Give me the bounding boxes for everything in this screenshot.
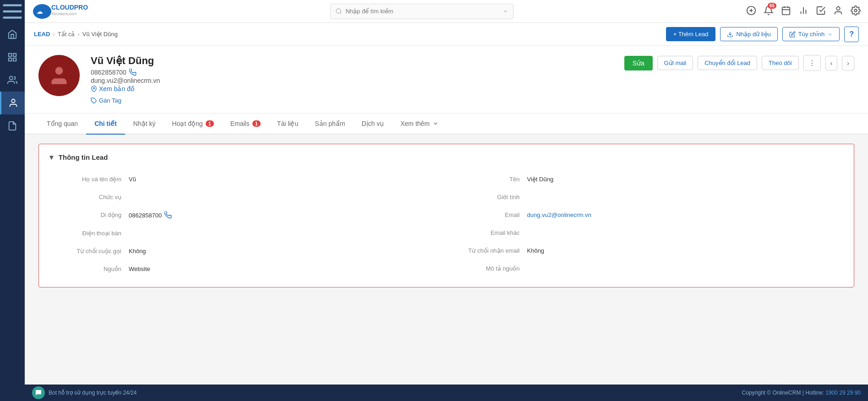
notification-icon[interactable]: 65: [764, 5, 774, 17]
calendar-icon[interactable]: [781, 5, 791, 17]
tab-hoat-dong[interactable]: Hoạt động 1: [164, 114, 222, 135]
sidebar-item-home[interactable]: [0, 23, 25, 46]
send-mail-button[interactable]: Gửi mail: [657, 56, 693, 70]
import-icon: [727, 31, 733, 38]
sidebar-item-users[interactable]: [0, 69, 25, 92]
tab-tai-lieu[interactable]: Tài liệu: [269, 114, 306, 135]
mobile-phone-icon[interactable]: [164, 211, 172, 219]
svg-rect-5: [9, 58, 11, 61]
info-row-gioi-tinh: Giới tính: [447, 188, 845, 206]
profile-info: Vũ Việt Dũng 0862858700 dung.vu2@onlinec…: [91, 55, 613, 104]
search-input[interactable]: [346, 8, 499, 15]
breadcrumb-sep1: ›: [53, 31, 55, 38]
info-row-ten: Tên Việt Dũng: [447, 170, 845, 188]
section-title: ▼ Thông tin Lead: [48, 153, 845, 161]
profile-section: Vũ Việt Dũng 0862858700 dung.vu2@onlinec…: [25, 46, 868, 114]
next-button[interactable]: ›: [842, 56, 854, 70]
info-row-dt-ban: Điện thoại bàn: [48, 224, 447, 242]
tag-section: Gán Tag: [91, 97, 613, 104]
tab-xem-them[interactable]: Xem thêm: [392, 114, 447, 135]
add-icon[interactable]: [746, 5, 756, 17]
footer-right: Copyright © OnlineCRM | Hotline: 1900 29…: [742, 390, 861, 396]
header-actions: + Thêm Lead Nhập dữ liệu Tùy chỉnh ?: [666, 27, 859, 42]
svg-point-25: [836, 7, 840, 10]
lead-info-card: ▼ Thông tin Lead Họ và tên đệm Vũ Chức v…: [38, 144, 854, 287]
info-row-ho-ten-dem: Họ và tên đệm Vũ: [48, 170, 447, 188]
tab-san-pham[interactable]: Sản phẩm: [306, 114, 353, 135]
main-content: ▼ Thông tin Lead Họ và tên đệm Vũ Chức v…: [25, 135, 868, 385]
svg-point-7: [10, 76, 13, 80]
svg-rect-4: [13, 54, 16, 56]
dropdown-icon[interactable]: [502, 8, 508, 14]
profile-map[interactable]: Xem bản đồ: [91, 85, 613, 92]
svg-text:☁: ☁: [37, 8, 43, 15]
help-button[interactable]: ?: [844, 27, 859, 42]
settings-icon[interactable]: [851, 5, 861, 17]
tab-tong-quan[interactable]: Tổng quan: [38, 114, 86, 135]
convert-lead-button[interactable]: Chuyển đổi Lead: [698, 56, 757, 70]
svg-rect-18: [782, 7, 790, 15]
tabs-bar: Tổng quan Chi tiết Nhật ký Hoạt động 1 E…: [25, 114, 868, 135]
tag-button[interactable]: Gán Tag: [91, 97, 121, 104]
footer-hotline: 1900 29 29 90: [825, 390, 861, 396]
dropdown-arrow-icon: [827, 32, 833, 37]
user-icon[interactable]: [833, 5, 843, 17]
svg-line-14: [340, 12, 341, 14]
tab-emails[interactable]: Emails 1: [222, 114, 269, 135]
map-icon: [91, 86, 97, 92]
chart-icon[interactable]: [798, 5, 808, 17]
info-row-tu-choi-email: Từ chối nhận email Không: [447, 242, 845, 260]
customize-button[interactable]: Tùy chỉnh: [782, 27, 840, 41]
info-row-di-dong: Di động 0862858700: [48, 206, 447, 224]
breadcrumb-lead[interactable]: LEAD: [34, 31, 50, 38]
breadcrumb: LEAD › Tất cả › Vũ Việt Dũng: [34, 31, 661, 38]
info-grid: Họ và tên đệm Vũ Chức vụ Di động 0862858…: [48, 170, 845, 278]
profile-name: Vũ Việt Dũng: [91, 55, 613, 67]
sidebar: [0, 0, 25, 401]
hoat-dong-badge: 1: [206, 120, 214, 127]
emails-badge: 1: [252, 120, 261, 127]
chat-support-icon[interactable]: [32, 386, 45, 399]
phone-icon[interactable]: [129, 69, 136, 76]
search-box[interactable]: [330, 4, 513, 19]
profile-actions: Sửa Gửi mail Chuyển đổi Lead Theo dõi ⋮ …: [624, 55, 854, 71]
info-row-nguon: Nguồn Website: [48, 260, 447, 278]
svg-rect-3: [9, 54, 11, 56]
import-button[interactable]: Nhập dữ liệu: [720, 27, 777, 41]
footer: Bot hỗ trợ sử dụng trực tuyến 24/24 Copy…: [25, 385, 868, 401]
footer-left: Bot hỗ trợ sử dụng trực tuyến 24/24: [32, 386, 136, 399]
more-options-button[interactable]: ⋮: [803, 55, 821, 71]
info-right-column: Tên Việt Dũng Giới tính Email dung.vu2@o…: [447, 170, 845, 278]
info-row-chuc-vu: Chức vụ: [48, 188, 447, 206]
sidebar-item-grid[interactable]: [0, 46, 25, 69]
check-icon[interactable]: [816, 5, 826, 17]
tab-chi-tiet[interactable]: Chi tiết: [86, 114, 125, 135]
search-icon: [335, 8, 342, 15]
info-row-mo-ta-nguon: Mô tả nguồn: [447, 260, 845, 277]
add-lead-button[interactable]: + Thêm Lead: [666, 27, 716, 41]
prev-button[interactable]: ‹: [825, 56, 838, 70]
breadcrumb-all[interactable]: Tất cả: [58, 31, 75, 38]
top-nav: ☁ CLOUDPRO TECHNOLOGY: [25, 0, 868, 23]
sidebar-item-person[interactable]: [0, 92, 25, 114]
sidebar-item-contact[interactable]: [0, 114, 25, 137]
follow-button[interactable]: Theo dõi: [762, 56, 799, 70]
section-collapse-icon[interactable]: ▼: [48, 153, 55, 161]
tab-nhat-ky[interactable]: Nhật ký: [125, 114, 164, 135]
hamburger-menu[interactable]: [0, 0, 25, 23]
svg-rect-6: [13, 58, 16, 61]
svg-point-29: [93, 87, 95, 89]
chat-bubble-icon: [35, 389, 42, 396]
content-header: LEAD › Tất cả › Vũ Việt Dũng + Thêm Lead…: [25, 23, 868, 46]
notification-badge: 65: [768, 3, 776, 9]
profile-phone: 0862858700: [91, 69, 613, 76]
tab-dich-vu[interactable]: Dịch vụ: [353, 114, 392, 135]
customize-icon: [789, 31, 796, 38]
avatar: [38, 55, 80, 96]
top-nav-right: 65: [746, 5, 861, 17]
svg-point-8: [11, 99, 15, 103]
edit-button[interactable]: Sửa: [624, 56, 653, 70]
svg-point-26: [854, 9, 857, 12]
avatar-icon: [48, 64, 71, 87]
info-row-email-khac: Email khác: [447, 224, 845, 242]
